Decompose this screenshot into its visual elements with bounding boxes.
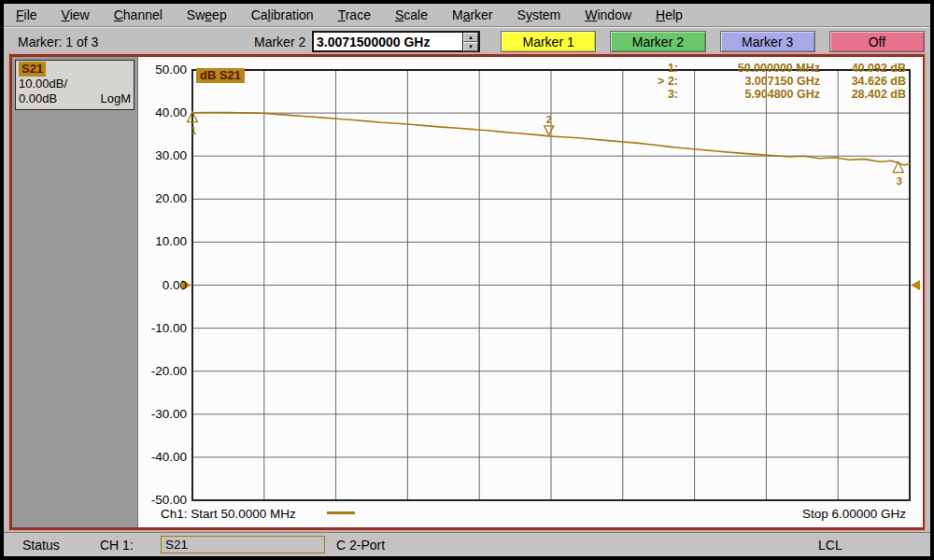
y-axis-tick-label: -40.00 (138, 450, 189, 464)
y-axis-tick-label: -30.00 (138, 407, 189, 421)
trace-title-badge: dB S21 (196, 68, 245, 83)
plot-canvas: 123 (138, 57, 923, 527)
y-axis-tick-label: -20.00 (138, 364, 189, 378)
y-axis-tick-label: 20.00 (138, 191, 189, 205)
menu-marker[interactable]: Marker (452, 7, 493, 22)
button-marker-3[interactable]: Marker 3 (720, 31, 815, 52)
cal-status: C 2-Port (336, 538, 385, 553)
marker-3-label: 3: (635, 88, 678, 101)
y-axis-tick-label: -50.00 (138, 493, 189, 507)
channel1-window: S21 10.00dB/ 0.00dB LogM 123 50.0040.003… (9, 54, 925, 530)
marker-1-label: 1: (635, 62, 678, 75)
menubar: FileViewChannelSweepCalibrationTraceScal… (4, 4, 930, 27)
marker-count-status: Marker: 1 of 3 (18, 35, 98, 49)
spin-down-button[interactable]: ▼ (463, 42, 478, 51)
status-label: Status (22, 538, 60, 553)
spin-up-button[interactable]: ▲ (463, 33, 478, 42)
marker2-frequency-spinbox[interactable]: ▲ ▼ (312, 31, 480, 52)
button-marker-2[interactable]: Marker 2 (610, 31, 705, 52)
menu-system[interactable]: System (517, 7, 561, 22)
reference-level-marker-right (911, 280, 920, 290)
marker-softkeys: Marker 1Marker 2Marker 3Off (501, 31, 925, 52)
marker-1-frequency: 50.000000 MHz (678, 62, 820, 75)
marker-3-value: 28.402 dB (820, 88, 906, 101)
marker-readout-table: 1:50.000000 MHz40.092 dB> 2:3.007150 GHz… (635, 62, 906, 101)
trace-status-box[interactable]: S21 10.00dB/ 0.00dB LogM (15, 60, 134, 110)
button-off[interactable]: Off (829, 31, 925, 52)
y-axis-tick-label: -10.00 (138, 321, 189, 335)
sweep-stop-annotation: Stop 6.00000 GHz (802, 507, 906, 521)
menu-trace[interactable]: Trace (338, 7, 371, 22)
marker-2-label: > 2: (635, 75, 678, 88)
marker-3-frequency: 5.904800 GHz (678, 88, 820, 101)
status-bar: Status CH 1: S21 C 2-Port LCL (4, 532, 930, 557)
marker-1-number: 1 (191, 125, 196, 136)
menu-window[interactable]: Window (585, 7, 631, 22)
button-marker-1[interactable]: Marker 1 (501, 31, 596, 52)
sweep-start-annotation: Ch1: Start 50.0000 MHz (161, 507, 296, 521)
trace-name-badge[interactable]: S21 (19, 62, 46, 77)
trace-ref-level: 0.00dB (19, 91, 57, 106)
marker-2-number: 2 (546, 114, 552, 125)
trace-format: LogM (100, 91, 131, 106)
trace-status-sidebar: S21 10.00dB/ 0.00dB LogM (12, 57, 137, 527)
marker2-field-label: Marker 2 (254, 35, 305, 49)
menu-calibration[interactable]: Calibration (251, 7, 314, 22)
menu-file[interactable]: File (16, 7, 37, 22)
measurement-box: S21 (161, 536, 325, 553)
marker-3-number: 3 (897, 175, 902, 187)
channel-label: CH 1: (100, 538, 134, 553)
local-remote-indicator: LCL (818, 538, 842, 553)
y-axis-tick-label: 40.00 (138, 105, 189, 119)
menu-help[interactable]: Help (656, 7, 683, 22)
toolbar: Marker: 1 of 3 Marker 2 ▲ ▼ Marker 1Mark… (4, 28, 930, 55)
measurement-name: S21 (165, 538, 188, 552)
marker-2-symbol (545, 126, 554, 135)
marker-2-value: 34.626 dB (820, 75, 906, 88)
spinner-buttons: ▲ ▼ (462, 33, 478, 50)
marker-2-frequency: 3.007150 GHz (678, 75, 820, 88)
y-axis-tick-label: 30.00 (138, 148, 189, 162)
trace-scale-per-div: 10.00dB/ (19, 77, 131, 91)
trace-color-swatch (327, 511, 355, 514)
marker2-frequency-input[interactable] (314, 33, 462, 50)
marker-1-value: 40.092 dB (820, 62, 906, 75)
vna-application-window: FileViewChannelSweepCalibrationTraceScal… (0, 0, 934, 560)
menu-view[interactable]: View (62, 7, 90, 22)
y-axis-tick-label: 10.00 (138, 234, 189, 248)
y-axis-tick-label: 50.00 (138, 63, 189, 77)
y-axis-tick-label: 0.00 (138, 278, 189, 292)
menu-scale[interactable]: Scale (395, 7, 428, 22)
menu-channel[interactable]: Channel (114, 7, 163, 22)
menu-sweep[interactable]: Sweep (187, 7, 227, 22)
graph-area: 123 50.0040.0030.0020.0010.000.00-10.00-… (137, 57, 923, 527)
